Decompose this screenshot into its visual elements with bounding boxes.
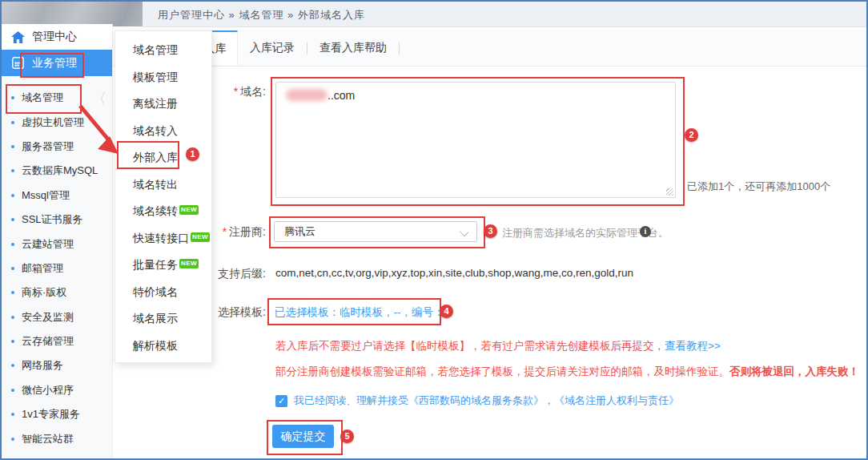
sidebar-item[interactable]: 云数据库MySQL [2,159,112,183]
menu-item-label: 域名续转 [133,204,178,217]
flyout-menu-item[interactable]: 特价域名 [115,279,211,306]
submit-button[interactable]: 确定提交 [272,425,334,448]
flyout-menu-item[interactable]: 快速转接口NEW [115,225,211,252]
flyout-menu-item[interactable]: 批量任务NEW [115,252,211,279]
agreement-checkbox[interactable]: ✓ [275,395,287,407]
sidebar-home[interactable]: 管理中心 [2,24,112,50]
sidebar-item-label: 安全及监测 [22,310,74,325]
sidebar-item[interactable]: 虚拟主机管理 [2,110,112,134]
template-selected-link[interactable]: 已选择模板：临时模板，--，编号：0 [275,305,450,320]
sidebar-item-label: 云建站管理 [22,237,74,252]
new-badge: NEW [191,232,210,242]
sidebar-item-label: 云存储管理 [22,334,74,349]
bullet-icon [11,218,14,221]
sidebar-item-label: 虚拟主机管理 [22,115,84,130]
menu-item-label: 批量任务 [133,258,178,271]
bullet-icon [11,316,14,319]
domain-textarea[interactable]: ..com [275,82,676,198]
sidebar-item[interactable]: 网络服务 [2,353,112,377]
breadcrumb[interactable]: 用户管理中心 » 域名管理 » 外部域名入库 [158,8,365,22]
required-mark: * [223,225,227,238]
sidebar-item-label: 网络服务 [22,358,63,373]
bullet-icon [11,413,14,416]
step-badge-2: 2 [685,128,698,142]
sidebar-item[interactable]: 商标·版权 [2,280,112,305]
tab-inbound-help[interactable]: 查看入库帮助 [307,41,399,55]
verify-notice: 部分注册商创建模板需验证邮箱，若您选择了模板，提交后请关注对应的邮箱，及时操作验… [275,365,859,379]
sidebar-items: 域名管理虚拟主机管理服务器管理云数据库MySQLMssql管理SSL证书服务云建… [2,86,112,451]
flyout-menu-item[interactable]: 域名展示 [115,305,211,333]
sidebar-item[interactable]: 微信小程序 [2,378,112,402]
sidebar-home-label: 管理中心 [32,30,77,44]
sidebar-item[interactable]: 安全及监测 [2,305,112,329]
tab-inbound-records[interactable]: 入库记录 [238,41,307,55]
bullet-icon [11,438,14,441]
domain-inbound-page: 用户管理中心 » 域名管理 » 外部域名入库 外部入库 入库记录 查看入库帮助 … [0,0,868,460]
agreement-row[interactable]: ✓ 我已经阅读、理解并接受《西部数码的域名服务条款》，《域名注册人权利与责任》 [275,393,679,408]
template-notice: 若入库后不需要过户请选择【临时模板】，若有过户需求请先创建模板后再提交，查看教程… [275,339,721,353]
flyout-menu-item[interactable]: 域名管理 [115,37,211,64]
flyout-indicator-icon: 〈 [91,89,106,110]
sidebar-item-label: Mssql管理 [22,188,70,203]
sidebar-item-label: 域名管理 [22,91,63,105]
registrar-value: 腾讯云 [284,225,315,237]
sidebar-item[interactable]: 1v1专家服务 [2,402,112,426]
menu-item-label: 域名展示 [133,312,178,325]
sidebar-item-label: 云数据库MySQL [22,163,98,178]
chevron-down-icon [460,228,468,236]
bullet-icon [11,243,14,246]
breadcrumb-bar: 用户管理中心 » 域名管理 » 外部域名入库 [143,2,866,27]
banner-image [2,2,143,26]
tab-row: 入库记录 查看入库帮助 [238,30,400,66]
menu-item-label: 域名转出 [133,178,178,191]
flyout-menu-item[interactable]: 域名转出 [115,171,211,199]
tab-strip: 外部入库 入库记录 查看入库帮助 [112,30,866,67]
menu-item-label: 特价域名 [133,285,178,298]
apps-grid-icon [12,57,24,69]
bullet-icon [11,389,14,392]
view-tutorial-link[interactable]: 查看教程>> [665,340,721,352]
bullet-icon [11,145,14,148]
step-badge-3: 3 [484,224,497,238]
sidebar-item[interactable]: 云建站管理 [2,232,112,256]
step-badge-4: 4 [440,305,453,318]
sidebar-section-label: 业务管理 [32,56,77,71]
tab-divider [399,42,400,54]
sidebar-item-label: 服务器管理 [22,139,74,154]
bullet-icon [11,340,14,343]
bullet-icon [11,194,14,197]
new-badge: NEW [179,205,199,215]
bullet-icon [11,267,14,270]
menu-item-label: 快速转接口 [133,232,189,244]
flyout-menu-item[interactable]: 解析模板 [115,333,211,360]
domain-counter: 已添加1个，还可再添加1000个 [687,180,830,194]
flyout-menu-item[interactable]: 域名转入 [115,118,211,145]
sidebar-item[interactable]: 云存储管理 [2,329,112,353]
sidebar-item-label: 商标·版权 [22,285,66,300]
sidebar-item[interactable]: 邮箱管理 [2,256,112,280]
agreement-text[interactable]: 我已经阅读、理解并接受《西部数码的域名服务条款》，《域名注册人权利与责任》 [294,393,679,408]
bullet-icon [11,169,14,172]
home-icon [11,31,25,43]
sidebar-item[interactable]: SSL证书服务 [2,208,112,232]
sidebar-item[interactable]: 智能云站群 [2,426,112,450]
suffix-value: com,net,cn,cc,tv,org,vip,xyz,top,xin,sit… [275,267,633,279]
flyout-menu-item[interactable]: 离线注册 [115,91,211,118]
flyout-menu-item[interactable]: 模板管理 [115,64,211,91]
resize-handle-icon[interactable] [666,188,673,196]
step-badge-5: 5 [340,430,354,443]
domain-flyout-menu: 域名管理模板管理离线注册域名转入外部入库域名转出域名续转NEW快速转接口NEW批… [115,30,212,363]
menu-item-label: 外部入库 [133,151,178,163]
sidebar-item-label: 智能云站群 [22,432,74,446]
sidebar-section-business[interactable]: 业务管理 [2,50,112,76]
registrar-select[interactable]: 腾讯云 [274,221,477,242]
menu-item-label: 模板管理 [133,71,178,83]
required-mark: * [234,85,238,98]
domain-value: ..com [328,89,355,102]
sidebar-item[interactable]: 服务器管理 [2,135,112,159]
menu-item-label: 解析模板 [133,339,178,352]
flyout-menu-item[interactable]: 域名续转NEW [115,198,211,225]
bullet-icon [11,291,14,294]
info-icon[interactable]: i [640,226,651,237]
sidebar-item[interactable]: Mssql管理 [2,184,112,208]
